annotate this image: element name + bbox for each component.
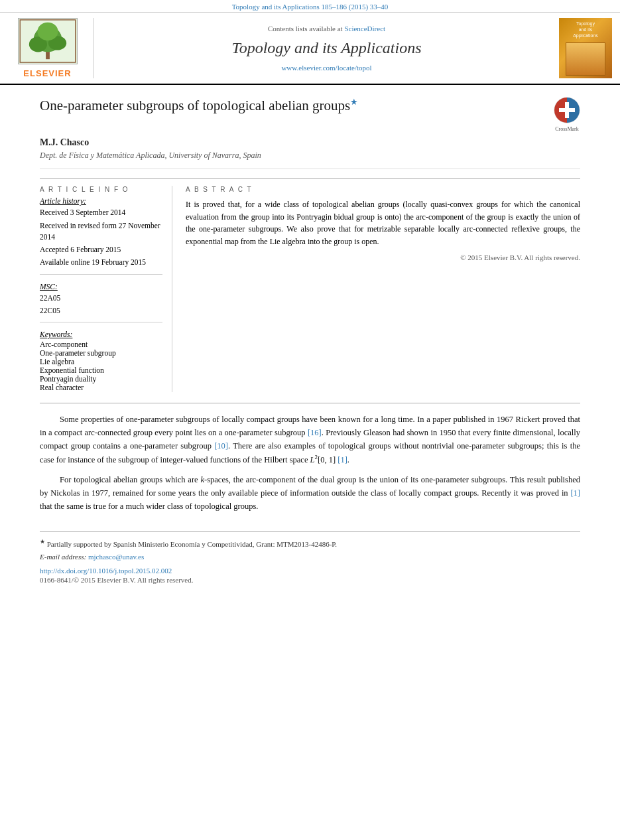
msc-code-2: 22C05 — [40, 305, 162, 316]
ref-1a[interactable]: [1] — [338, 455, 347, 464]
email-label: E-mail address: — [40, 553, 86, 561]
msc-block: MSC: 22A05 22C05 — [40, 274, 162, 317]
svg-rect-9 — [559, 108, 575, 112]
paper-title: One-parameter subgroups of topological a… — [40, 97, 358, 115]
ref-1b[interactable]: [1] — [570, 488, 580, 498]
keywords-block: Keywords: Arc-component One-parameter su… — [40, 322, 162, 391]
body-text: Some properties of one-parameter subgrou… — [40, 413, 580, 513]
msc-code-1: 22A05 — [40, 293, 162, 304]
accepted-date: Accepted 6 February 2015 — [40, 244, 162, 255]
keyword-3: Lie algebra — [40, 358, 162, 366]
elsevier-logo-block: ELSEVIER — [8, 18, 94, 78]
email-line: E-mail address: mjchasco@unav.es — [40, 551, 580, 563]
footnote-star: ★ — [40, 538, 45, 545]
abstract-section: A B S T R A C T It is proved that, for a… — [186, 186, 580, 392]
article-info-heading: A R T I C L E I N F O — [40, 186, 162, 193]
available-date: Available online 19 February 2015 — [40, 257, 162, 268]
received-date-1: Received 3 September 2014 — [40, 207, 162, 218]
journal-cover-image: Topologyand itsApplications — [559, 18, 612, 78]
ref-16[interactable]: [16] — [308, 428, 322, 437]
journal-top-bar: Topology and its Applications 185–186 (2… — [0, 0, 620, 13]
keyword-1: Arc-component — [40, 340, 162, 348]
keyword-2: One-parameter subgroup — [40, 349, 162, 357]
abstract-heading: A B S T R A C T — [186, 186, 580, 193]
crossmark: CrossMark — [554, 97, 580, 132]
body-separator — [40, 403, 580, 403]
received-date-2: Received in revised form 27 November 201… — [40, 220, 162, 244]
body-paragraph-2: For topological abelian groups which are… — [40, 473, 580, 513]
crossmark-label: CrossMark — [554, 126, 580, 132]
article-info-abstract-section: A R T I C L E I N F O Article history: R… — [40, 178, 580, 392]
journal-url[interactable]: www.elsevier.com/locate/topol — [281, 64, 371, 72]
elsevier-wordmark: ELSEVIER — [23, 68, 71, 78]
keyword-4: Exponential function — [40, 366, 162, 374]
article-history-heading: Article history: — [40, 197, 162, 205]
svg-point-5 — [37, 23, 58, 40]
elsevier-tree-image — [18, 18, 78, 64]
email-address[interactable]: mjchasco@unav.es — [88, 553, 144, 561]
issn-line: 0166-8641/© 2015 Elsevier B.V. All right… — [40, 576, 580, 584]
abstract-text: It is proved that, for a wide class of t… — [186, 198, 580, 247]
author-name: M.J. Chasco — [40, 137, 580, 148]
contents-line: Contents lists available at ScienceDirec… — [268, 25, 385, 33]
keyword-5: Pontryagin duality — [40, 375, 162, 383]
paper-content: One-parameter subgroups of topological a… — [0, 85, 620, 597]
author-affiliation: Dept. de Física y Matemática Aplicada, U… — [40, 151, 580, 169]
copyright-line: © 2015 Elsevier B.V. All rights reserved… — [186, 253, 580, 261]
journal-title-block: Contents lists available at ScienceDirec… — [101, 18, 552, 78]
elsevier-header: ELSEVIER Contents lists available at Sci… — [0, 13, 620, 85]
ref-10[interactable]: [10] — [214, 441, 228, 451]
footer-section: ★ Partially supported by Spanish Ministe… — [40, 531, 580, 584]
journal-citation: Topology and its Applications 185–186 (2… — [232, 3, 389, 11]
doi-link[interactable]: http://dx.doi.org/10.1016/j.topol.2015.0… — [40, 567, 580, 575]
article-info: A R T I C L E I N F O Article history: R… — [40, 186, 172, 392]
sciencedirect-link[interactable]: ScienceDirect — [344, 25, 385, 33]
footnote-text: ★ Partially supported by Spanish Ministe… — [40, 537, 580, 549]
keywords-heading: Keywords: — [40, 330, 162, 338]
body-paragraph-1: Some properties of one-parameter subgrou… — [40, 413, 580, 466]
title-star: ★ — [350, 97, 358, 107]
journal-main-title: Topology and its Applications — [231, 39, 421, 57]
msc-heading: MSC: — [40, 283, 162, 291]
keyword-6: Real character — [40, 384, 162, 391]
